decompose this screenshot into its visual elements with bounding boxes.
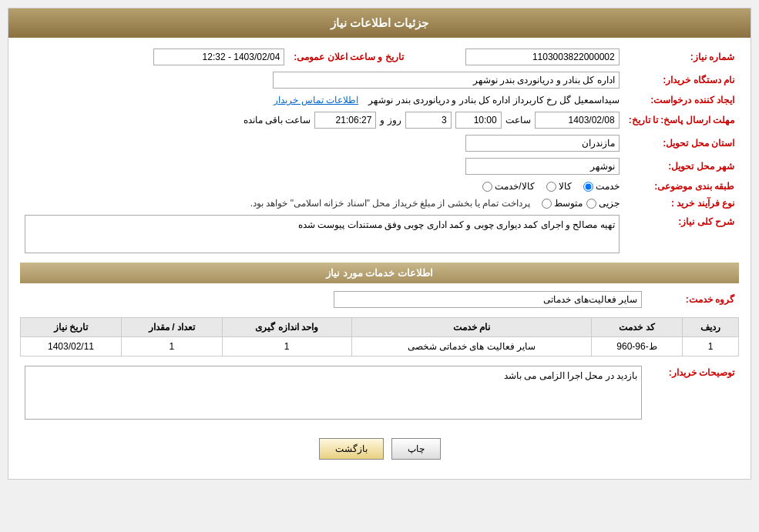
cell-name: سایر فعالیت های خدماتی شخصی bbox=[351, 337, 592, 356]
request-number-label: شماره نیاز: bbox=[624, 45, 739, 69]
col-row-num: ردیف bbox=[682, 318, 738, 337]
table-row: 1ط-96-960سایر فعالیت های خدماتی شخصی1114… bbox=[21, 337, 739, 356]
deadline-days-input[interactable] bbox=[405, 112, 452, 129]
cell-code: ط-96-960 bbox=[592, 337, 683, 356]
announcement-datetime-label: تاریخ و ساعت اعلان عمومی: bbox=[289, 45, 408, 69]
process-type-row: جزیی متوسط پرداخت تمام یا بخشی از مبلغ خ… bbox=[25, 198, 620, 209]
category-label: طبقه بندی موضوعی: bbox=[624, 178, 739, 195]
process-type-label: نوع فرآیند خرید : bbox=[624, 195, 739, 212]
service-group-input[interactable] bbox=[334, 291, 642, 308]
description-text: تهیه مصالح و اجرای کمد دیواری چوبی و کمد… bbox=[298, 219, 615, 230]
requester-org-label: نام دستگاه خریدار: bbox=[624, 69, 739, 92]
province-label: استان محل تحویل: bbox=[624, 132, 739, 155]
city-label: شهر محل تحویل: bbox=[624, 155, 739, 178]
process-note: پرداخت تمام یا بخشی از مبلغ خریداز محل "… bbox=[250, 198, 530, 209]
city-input[interactable] bbox=[465, 158, 620, 175]
category-option-goods[interactable]: کالا bbox=[546, 181, 572, 192]
days-unit: روز و bbox=[380, 115, 401, 125]
content-area: شماره نیاز: تاریخ و ساعت اعلان عمومی: نا… bbox=[8, 38, 751, 479]
time-remaining-unit: ساعت باقی مانده bbox=[243, 115, 311, 125]
announcement-datetime-input[interactable] bbox=[153, 49, 284, 65]
services-section-header: اطلاعات خدمات مورد نیاز bbox=[20, 263, 739, 283]
cell-row: 1 bbox=[682, 337, 738, 356]
contact-info-link[interactable]: اطلاعات تماس خریدار bbox=[274, 95, 358, 105]
deadline-remaining-input[interactable] bbox=[314, 112, 376, 129]
province-input[interactable] bbox=[465, 135, 620, 152]
buyer-notes-text: بازدید در محل اجرا الزامی می باشد bbox=[504, 370, 637, 381]
deadline-time-input[interactable] bbox=[455, 112, 502, 129]
page-container: جزئیات اطلاعات نیاز شماره نیاز: تاریخ و … bbox=[8, 8, 751, 480]
buttons-row: چاپ بازگشت bbox=[20, 429, 739, 471]
deadline-label: مهلت ارسال پاسخ: تا تاریخ: bbox=[624, 109, 739, 132]
time-label: ساعت bbox=[505, 115, 531, 125]
cell-date: 1403/02/11 bbox=[21, 337, 122, 356]
category-radio-group: خدمت کالا کالا/خدمت bbox=[482, 181, 619, 192]
cell-quantity: 1 bbox=[121, 337, 222, 356]
buyer-notes-box: بازدید در محل اجرا الزامی می باشد bbox=[25, 366, 642, 420]
buyer-notes-label: توصیحات خریدار: bbox=[646, 363, 739, 423]
services-table: ردیف کد خدمت نام خدمت واحد اندازه گیری ت… bbox=[20, 317, 739, 356]
cell-unit: 1 bbox=[222, 337, 351, 356]
col-quantity: تعداد / مقدار bbox=[121, 318, 222, 337]
process-option-medium[interactable]: متوسط bbox=[542, 198, 583, 209]
col-service-code: کد خدمت bbox=[592, 318, 683, 337]
back-button[interactable]: بازگشت bbox=[319, 438, 384, 460]
col-date: تاریخ نیاز bbox=[21, 318, 122, 337]
print-button[interactable]: چاپ bbox=[391, 438, 441, 460]
requester-org-input[interactable] bbox=[273, 72, 620, 89]
creator-label: ایجاد کننده درخواست: bbox=[624, 92, 739, 109]
page-header: جزئیات اطلاعات نیاز bbox=[8, 8, 751, 38]
creator-value: سیداسمعیل گل رخ کاربرداز اداره کل بنادر … bbox=[368, 95, 619, 105]
page-title: جزئیات اطلاعات نیاز bbox=[331, 16, 428, 29]
col-service-name: نام خدمت bbox=[351, 318, 592, 337]
request-number-input[interactable] bbox=[465, 49, 620, 65]
description-label: شرح کلی نیاز: bbox=[624, 212, 739, 256]
deadline-date-input[interactable] bbox=[535, 112, 620, 129]
buyer-notes-table: توصیحات خریدار: بازدید در محل اجرا الزام… bbox=[20, 363, 739, 423]
col-unit: واحد اندازه گیری bbox=[222, 318, 351, 337]
description-box: تهیه مصالح و اجرای کمد دیواری چوبی و کمد… bbox=[25, 215, 620, 253]
service-group-table: گروه خدمت: bbox=[20, 288, 739, 311]
category-option-both[interactable]: کالا/خدمت bbox=[482, 181, 534, 192]
process-option-partial[interactable]: جزیی bbox=[586, 198, 620, 209]
deadline-row: ساعت روز و ساعت باقی مانده bbox=[25, 112, 620, 129]
service-group-label: گروه خدمت: bbox=[646, 288, 739, 311]
info-table: شماره نیاز: تاریخ و ساعت اعلان عمومی: نا… bbox=[20, 45, 739, 256]
category-option-service[interactable]: خدمت bbox=[583, 181, 620, 192]
